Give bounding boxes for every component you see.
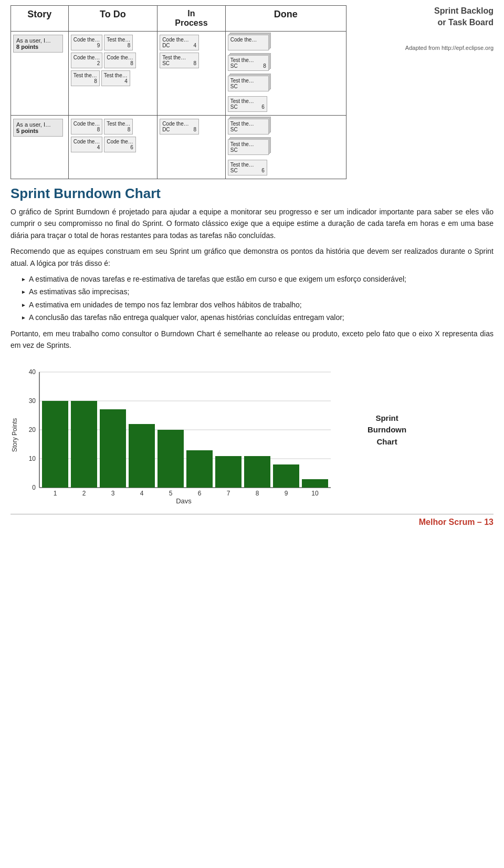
chart-section: Story Points 40 30 20 10 0: [10, 356, 494, 503]
bar-7: [215, 456, 242, 488]
task-card-code1: Code the… 9: [71, 35, 103, 50]
done-cell-2: Test the… SC Test the… SC: [226, 116, 346, 179]
col-header-inprocess: InProcess: [158, 6, 226, 31]
footer-text: Melhor Scrum – 13: [419, 518, 494, 527]
bar-9: [273, 464, 299, 488]
sidebar-adapted: Adapted from http://epf.eclipse.org: [405, 45, 494, 51]
burndown-paragraph2: Recomendo que as equipes construam em se…: [10, 245, 494, 269]
svg-text:2: 2: [82, 490, 86, 497]
task-board-grid: Story To Do InProcess Done As a user, I……: [10, 5, 346, 179]
bullet-text-3: A estimativa em unidades de tempo nos fa…: [29, 299, 302, 311]
todo-row-2b: Code the… 4 Code the… 6: [71, 137, 155, 152]
done-stack-3: Test the… SC: [228, 76, 275, 91]
svg-text:3: 3: [111, 490, 115, 497]
bullet-arrow-3: ►: [21, 301, 26, 309]
done-stack-5: Test the… SC: [228, 139, 275, 155]
svg-text:7: 7: [227, 490, 230, 497]
bullet-arrow-2: ►: [21, 288, 26, 296]
task-board-sidebar: Sprint Backlogor Task Board Adapted from…: [346, 5, 494, 56]
bar-1: [42, 401, 68, 488]
svg-text:30: 30: [29, 397, 36, 405]
story-card-2: As a user, I… 5 points: [13, 119, 63, 137]
task-card-test1: Test the… 8: [104, 35, 133, 50]
bar-3: [100, 409, 126, 488]
bar-8: [244, 456, 270, 488]
bullet-text-1: A estimativa de novas tarefas e re-estim…: [29, 273, 406, 285]
col-header-done: Done: [226, 6, 346, 31]
svg-text:6: 6: [198, 490, 202, 497]
bar-2: [71, 401, 97, 488]
page-footer: Melhor Scrum – 13: [10, 514, 494, 527]
bullet-arrow-4: ►: [21, 314, 26, 322]
svg-text:40: 40: [29, 368, 36, 376]
svg-text:20: 20: [29, 426, 36, 433]
story-card-1: As a user, I… 8 points: [13, 35, 63, 53]
burndown-title: Sprint Burndown Chart: [10, 185, 494, 202]
svg-text:1: 1: [54, 490, 57, 497]
y-axis-label: Story Points: [11, 418, 18, 452]
svg-text:8: 8: [256, 490, 259, 497]
todo-row-1a: Code the… 9 Test the… 8: [71, 35, 155, 50]
bullet-text-4: A conclusão das tarefas não entrega qual…: [29, 312, 344, 323]
bar-6: [186, 450, 213, 488]
task-card-test4: Test the… 8: [104, 119, 133, 135]
bar-5: [158, 430, 184, 488]
board-row-2: As a user, I… 5 points Code the… 8 Test …: [11, 116, 346, 179]
story-label-1: As a user, I…: [16, 37, 60, 44]
board-row-1: As a user, I… 8 points Code the… 9 Test …: [11, 32, 346, 116]
inprocess-cell-2: Code the… DC8: [158, 116, 226, 179]
sidebar-title: Sprint Backlogor Task Board: [434, 5, 494, 29]
col-header-todo: To Do: [69, 6, 158, 31]
bullet-text-2: As estimativas são imprecisas;: [29, 286, 129, 297]
task-card-code3: Code the… 8: [104, 53, 136, 68]
done-card-row2: Test the… SC6: [228, 160, 267, 175]
inprocess-cell-1: Code the… DC4 Test the… SC8: [158, 32, 226, 115]
burndown-section: Sprint Burndown Chart O gráfico de Sprin…: [10, 185, 494, 503]
story-cell-2: As a user, I… 5 points: [11, 116, 69, 179]
svg-text:5: 5: [169, 490, 173, 497]
todo-cell-2: Code the… 8 Test the… 8 Code the… 4: [69, 116, 158, 179]
burndown-chart-svg: Story Points 40 30 20 10 0: [10, 356, 352, 503]
task-card-code4: Code the… 8: [71, 119, 103, 135]
svg-text:10: 10: [311, 490, 319, 497]
svg-text:10: 10: [29, 455, 36, 462]
task-card-code2: Code the… 2: [71, 53, 103, 68]
bullet-item-4: ► A conclusão das tarefas não entrega qu…: [21, 312, 494, 323]
todo-row-2a: Code the… 8 Test the… 8: [71, 119, 155, 135]
task-card-test2: Test the… 8: [71, 70, 100, 86]
done-card-last: Test the… SC6: [228, 96, 267, 112]
todo-row-1c: Test the… 8 Test the… 4: [71, 70, 155, 86]
story-cell-1: As a user, I… 8 points: [11, 32, 69, 115]
board-header-row: Story To Do InProcess Done: [11, 6, 346, 32]
done-stack-4: Test the… SC: [228, 119, 275, 135]
chart-container: Story Points 40 30 20 10 0: [10, 356, 352, 503]
story-points-1: 8 points: [16, 44, 60, 50]
task-card-code5: Code the… 4: [71, 137, 103, 152]
todo-row-1b: Code the… 2 Code the… 8: [71, 53, 155, 68]
todo-cell-1: Code the… 9 Test the… 8 Code the… 2: [69, 32, 158, 115]
bullet-arrow-1: ►: [21, 275, 26, 284]
burndown-paragraph1: O gráfico de Sprint Burndown é projetado…: [10, 206, 494, 241]
inprocess-card-3: Code the… DC8: [160, 119, 199, 135]
done-cell-1: Code the… Test the… SC8: [226, 32, 346, 115]
inprocess-card-2: Test the… SC8: [160, 53, 199, 68]
chart-label-right: SprintBurndownChart: [368, 412, 406, 448]
bullet-item-3: ► A estimativa em unidades de tempo nos …: [21, 299, 494, 311]
bullet-item-2: ► As estimativas são imprecisas;: [21, 286, 494, 297]
burndown-paragraph3: Portanto, em meu trabalho como consultor…: [10, 328, 494, 352]
svg-text:0: 0: [32, 484, 36, 491]
task-card-test3: Test the… 4: [101, 70, 130, 86]
bullet-list: ► A estimativa de novas tarefas e re-est…: [21, 273, 494, 324]
x-axis-label: Days: [176, 497, 192, 503]
done-stack-2: Test the… SC8: [228, 55, 275, 71]
svg-text:4: 4: [140, 490, 144, 497]
bar-4: [129, 424, 155, 488]
col-header-story: Story: [11, 6, 69, 31]
done-stack-1: Code the…: [228, 35, 275, 50]
bullet-item-1: ► A estimativa de novas tarefas e re-est…: [21, 273, 494, 285]
task-card-code6: Code the… 6: [104, 137, 136, 152]
svg-text:9: 9: [285, 490, 288, 497]
bar-10: [302, 479, 328, 488]
task-board-section: Story To Do InProcess Done As a user, I……: [10, 5, 494, 179]
inprocess-card-1: Code the… DC4: [160, 35, 199, 50]
